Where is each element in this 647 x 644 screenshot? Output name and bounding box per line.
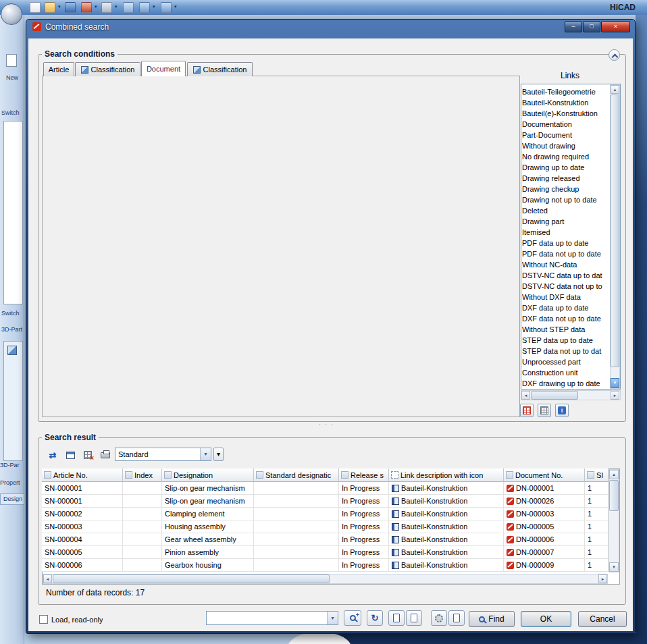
cell-article-no[interactable]: SN-000003 bbox=[42, 520, 123, 533]
link-item[interactable]: Drawing checkup bbox=[522, 184, 607, 194]
result-vscroll-thumb[interactable] bbox=[609, 480, 619, 511]
load-readonly-checkbox[interactable] bbox=[39, 615, 48, 624]
cell-article-no[interactable]: SN-000002 bbox=[42, 508, 123, 520]
scroll-down-icon[interactable]: ▾ bbox=[611, 378, 619, 388]
cell-standard-designation[interactable] bbox=[254, 546, 339, 559]
cell-designation[interactable]: Pinion assembly bbox=[162, 546, 254, 559]
scroll-left-icon[interactable]: ◂ bbox=[521, 391, 530, 400]
link-item[interactable]: DXF drawing up to date bbox=[522, 378, 607, 389]
link-item[interactable]: Unprocessed part bbox=[522, 356, 607, 367]
result-hscroll-thumb[interactable] bbox=[53, 574, 330, 583]
link-item[interactable]: STEP data not up to dat bbox=[522, 346, 607, 356]
link-item[interactable]: STEP data up to date bbox=[522, 335, 607, 346]
cell-article-no[interactable]: SN-000006 bbox=[42, 559, 123, 572]
cell-article-no[interactable]: SN-000001 bbox=[42, 482, 123, 495]
cell-article-no[interactable]: SN-000004 bbox=[42, 533, 123, 546]
scroll-right-icon[interactable]: ▸ bbox=[598, 574, 607, 583]
design-tab[interactable]: Design bbox=[0, 493, 24, 505]
link-item[interactable]: Bauteil-Teilegeometrie bbox=[522, 86, 607, 97]
cell-release-status[interactable]: In Progress bbox=[339, 495, 389, 508]
cell-index[interactable] bbox=[123, 533, 162, 546]
link-item[interactable]: Itemised bbox=[522, 227, 607, 238]
link-item[interactable]: DSTV-NC data not up to bbox=[522, 281, 607, 292]
maximize-button[interactable]: □ bbox=[583, 21, 600, 32]
cell-sheet[interactable]: 1 bbox=[585, 495, 609, 508]
open-folder-icon[interactable] bbox=[45, 2, 55, 13]
link-item[interactable]: Part-Document bbox=[522, 130, 607, 140]
link-item[interactable]: Bauteil-Konstruktion bbox=[522, 97, 607, 108]
search-plus-button[interactable]: + bbox=[344, 610, 361, 626]
col-header-article-no[interactable]: Article No. bbox=[42, 468, 123, 482]
cell-standard-designation[interactable] bbox=[254, 495, 339, 508]
hicad-sphere-icon[interactable] bbox=[1, 3, 22, 25]
ok-button[interactable]: OK bbox=[521, 611, 571, 627]
links-vscroll-thumb[interactable] bbox=[611, 95, 619, 367]
load-search-button[interactable] bbox=[388, 610, 405, 626]
links-view-red-button[interactable] bbox=[520, 404, 534, 417]
cell-document-no[interactable]: DN-000001 bbox=[504, 482, 585, 495]
print-dropdown-icon[interactable]: ▾ bbox=[115, 4, 118, 9]
dialog-system-icon[interactable] bbox=[32, 22, 41, 31]
cell-link-description[interactable]: Bauteil-Konstruktion bbox=[389, 482, 504, 495]
view-selector-combo[interactable]: Standard▾ bbox=[115, 448, 211, 461]
cell-document-no[interactable]: DN-000007 bbox=[504, 546, 585, 559]
delete-dropdown-icon[interactable]: ▾ bbox=[95, 4, 97, 9]
tab-classification-2[interactable]: Classification bbox=[187, 62, 253, 76]
cell-link-description[interactable]: Bauteil-Konstruktion bbox=[389, 520, 504, 533]
link-item[interactable]: Deleted bbox=[522, 205, 607, 216]
table-icon[interactable] bbox=[123, 2, 134, 13]
links-info-button[interactable]: i bbox=[555, 404, 569, 417]
link-item[interactable]: Without DXF data bbox=[522, 292, 607, 302]
cell-article-no[interactable]: SN-000001 bbox=[42, 495, 123, 508]
splitter-handle[interactable]: ∙ ∙ ∙ bbox=[319, 421, 334, 427]
collapse-button[interactable] bbox=[609, 49, 620, 61]
link-item[interactable]: Drawing part bbox=[522, 216, 607, 227]
cell-designation[interactable]: Slip-on gear mechanism bbox=[162, 495, 254, 508]
print-icon[interactable] bbox=[101, 2, 112, 13]
cell-designation[interactable]: Gear wheel assembly bbox=[162, 533, 254, 546]
link-item[interactable]: Without NC-data bbox=[522, 259, 607, 270]
cell-standard-designation[interactable] bbox=[254, 508, 339, 520]
minimize-button[interactable]: – bbox=[565, 21, 582, 32]
cell-document-no[interactable]: DN-000003 bbox=[504, 508, 585, 520]
print-results-button[interactable] bbox=[99, 448, 112, 462]
cell-index[interactable] bbox=[123, 559, 162, 572]
col-header-standard-designation[interactable]: Standard designatic bbox=[254, 468, 339, 482]
scroll-right-icon[interactable]: ▸ bbox=[611, 391, 619, 400]
cell-standard-designation[interactable] bbox=[254, 559, 339, 572]
cell-designation[interactable]: Housing assembly bbox=[162, 520, 254, 533]
cell-standard-designation[interactable] bbox=[254, 533, 339, 546]
col-header-release-status[interactable]: Release s bbox=[339, 468, 389, 482]
tab-classification-1[interactable]: Classification bbox=[75, 62, 140, 76]
scroll-left-icon[interactable]: ◂ bbox=[43, 574, 52, 583]
new-search-button[interactable] bbox=[448, 610, 465, 626]
redo-icon[interactable] bbox=[161, 2, 172, 13]
find-button[interactable]: Find bbox=[469, 611, 515, 627]
cell-link-description[interactable]: Bauteil-Konstruktion bbox=[389, 546, 504, 559]
part-tool-icon[interactable] bbox=[7, 346, 17, 355]
cell-sheet[interactable]: 1 bbox=[585, 559, 609, 572]
col-header-designation[interactable]: Designation bbox=[162, 468, 254, 482]
link-item[interactable]: Bauteil(e)-Konstruktion bbox=[522, 108, 607, 119]
col-header-index[interactable]: Index bbox=[123, 468, 162, 482]
link-item[interactable]: Drawing released bbox=[522, 173, 607, 184]
link-item[interactable]: DXF data not up to date bbox=[522, 313, 607, 324]
link-item[interactable]: PDF data up to date bbox=[522, 238, 607, 248]
links-view-grid-button[interactable] bbox=[538, 404, 551, 417]
link-item[interactable]: Without STEP data bbox=[522, 324, 607, 335]
undo-dropdown-icon[interactable]: ▾ bbox=[153, 4, 155, 9]
link-item[interactable]: Without drawing bbox=[522, 140, 607, 151]
cell-document-no[interactable]: DN-000026 bbox=[504, 495, 585, 508]
cell-document-no[interactable]: DN-000009 bbox=[504, 559, 585, 572]
cell-sheet[interactable]: 1 bbox=[585, 482, 609, 495]
cell-link-description[interactable]: Bauteil-Konstruktion bbox=[389, 508, 504, 520]
settings-button[interactable] bbox=[431, 610, 447, 626]
scroll-up-icon[interactable]: ▴ bbox=[609, 470, 619, 479]
cell-sheet[interactable]: 1 bbox=[585, 533, 609, 546]
undo-icon[interactable] bbox=[139, 2, 150, 13]
scroll-up-icon[interactable]: ▴ bbox=[611, 85, 619, 94]
link-item[interactable]: DXF data up to date bbox=[522, 302, 607, 313]
cell-release-status[interactable]: In Progress bbox=[339, 546, 389, 559]
cell-index[interactable] bbox=[123, 495, 162, 508]
link-item[interactable]: No drawing required bbox=[522, 151, 607, 162]
